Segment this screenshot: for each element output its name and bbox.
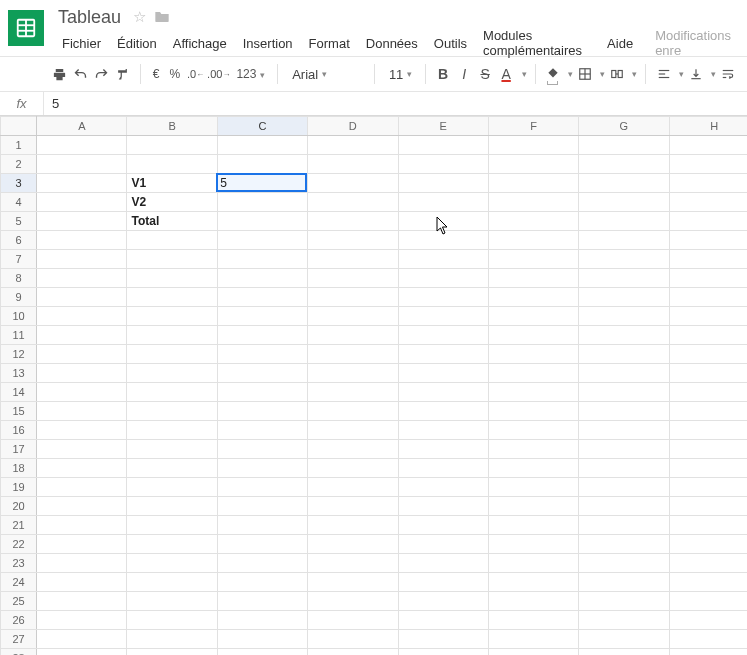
- cell-A12[interactable]: [37, 345, 127, 364]
- cell-C6[interactable]: [217, 231, 307, 250]
- cell-H5[interactable]: [669, 212, 747, 231]
- menu-data[interactable]: Données: [358, 32, 426, 55]
- row-header-2[interactable]: 2: [1, 155, 37, 174]
- cell-C4[interactable]: [217, 193, 307, 212]
- cell-C18[interactable]: [217, 459, 307, 478]
- cell-E3[interactable]: [398, 174, 488, 193]
- menu-view[interactable]: Affichage: [165, 32, 235, 55]
- cell-C23[interactable]: [217, 554, 307, 573]
- cell-E28[interactable]: [398, 649, 488, 656]
- cell-F4[interactable]: [488, 193, 578, 212]
- cell-B6[interactable]: [127, 231, 217, 250]
- cell-F22[interactable]: [488, 535, 578, 554]
- cell-F11[interactable]: [488, 326, 578, 345]
- cell-D26[interactable]: [308, 611, 398, 630]
- undo-icon[interactable]: [71, 61, 90, 87]
- cell-C7[interactable]: [217, 250, 307, 269]
- cell-H17[interactable]: [669, 440, 747, 459]
- cell-A15[interactable]: [37, 402, 127, 421]
- col-header-F[interactable]: F: [488, 117, 578, 136]
- cell-F20[interactable]: [488, 497, 578, 516]
- folder-icon[interactable]: [154, 9, 170, 26]
- valign-dropdown-icon[interactable]: [707, 61, 716, 87]
- cell-H12[interactable]: [669, 345, 747, 364]
- cell-F27[interactable]: [488, 630, 578, 649]
- cell-F23[interactable]: [488, 554, 578, 573]
- row-header-13[interactable]: 13: [1, 364, 37, 383]
- cell-G19[interactable]: [579, 478, 669, 497]
- cell-G5[interactable]: [579, 212, 669, 231]
- cell-A1[interactable]: [37, 136, 127, 155]
- cell-A11[interactable]: [37, 326, 127, 345]
- cell-A21[interactable]: [37, 516, 127, 535]
- percent-button[interactable]: %: [165, 67, 184, 81]
- cell-H14[interactable]: [669, 383, 747, 402]
- cell-B21[interactable]: [127, 516, 217, 535]
- cell-A10[interactable]: [37, 307, 127, 326]
- cell-D11[interactable]: [308, 326, 398, 345]
- cell-G23[interactable]: [579, 554, 669, 573]
- cell-C1[interactable]: [217, 136, 307, 155]
- fill-color-dropdown-icon[interactable]: [564, 61, 573, 87]
- cell-F24[interactable]: [488, 573, 578, 592]
- cell-G6[interactable]: [579, 231, 669, 250]
- row-header-27[interactable]: 27: [1, 630, 37, 649]
- cell-H11[interactable]: [669, 326, 747, 345]
- cell-F15[interactable]: [488, 402, 578, 421]
- cell-A20[interactable]: [37, 497, 127, 516]
- cell-A8[interactable]: [37, 269, 127, 288]
- cell-D13[interactable]: [308, 364, 398, 383]
- spreadsheet-grid[interactable]: ABCDEFGH123V14V25Total678910111213141516…: [0, 116, 747, 655]
- col-header-E[interactable]: E: [398, 117, 488, 136]
- cell-A4[interactable]: [37, 193, 127, 212]
- cell-F14[interactable]: [488, 383, 578, 402]
- cell-H19[interactable]: [669, 478, 747, 497]
- cell-A3[interactable]: [37, 174, 127, 193]
- cell-D21[interactable]: [308, 516, 398, 535]
- print-icon[interactable]: [50, 61, 69, 87]
- cell-B10[interactable]: [127, 307, 217, 326]
- row-header-24[interactable]: 24: [1, 573, 37, 592]
- cell-B19[interactable]: [127, 478, 217, 497]
- cell-F25[interactable]: [488, 592, 578, 611]
- redo-icon[interactable]: [92, 61, 111, 87]
- cell-H8[interactable]: [669, 269, 747, 288]
- cell-B20[interactable]: [127, 497, 217, 516]
- cell-E27[interactable]: [398, 630, 488, 649]
- cell-E4[interactable]: [398, 193, 488, 212]
- cell-C10[interactable]: [217, 307, 307, 326]
- cell-E21[interactable]: [398, 516, 488, 535]
- row-header-19[interactable]: 19: [1, 478, 37, 497]
- row-header-7[interactable]: 7: [1, 250, 37, 269]
- cell-H20[interactable]: [669, 497, 747, 516]
- cell-G14[interactable]: [579, 383, 669, 402]
- cell-B4[interactable]: V2: [127, 193, 217, 212]
- cell-G27[interactable]: [579, 630, 669, 649]
- cell-F28[interactable]: [488, 649, 578, 656]
- cell-B2[interactable]: [127, 155, 217, 174]
- cell-A22[interactable]: [37, 535, 127, 554]
- cell-F3[interactable]: [488, 174, 578, 193]
- cell-D19[interactable]: [308, 478, 398, 497]
- cell-C28[interactable]: [217, 649, 307, 656]
- cell-E13[interactable]: [398, 364, 488, 383]
- cell-D9[interactable]: [308, 288, 398, 307]
- cell-B7[interactable]: [127, 250, 217, 269]
- cell-D7[interactable]: [308, 250, 398, 269]
- row-header-11[interactable]: 11: [1, 326, 37, 345]
- menu-addons[interactable]: Modules complémentaires: [475, 24, 599, 62]
- cell-G1[interactable]: [579, 136, 669, 155]
- borders-dropdown-icon[interactable]: [596, 61, 605, 87]
- cell-D1[interactable]: [308, 136, 398, 155]
- menu-tools[interactable]: Outils: [426, 32, 475, 55]
- row-header-16[interactable]: 16: [1, 421, 37, 440]
- cell-G25[interactable]: [579, 592, 669, 611]
- cell-G18[interactable]: [579, 459, 669, 478]
- col-header-A[interactable]: A: [37, 117, 127, 136]
- cell-E22[interactable]: [398, 535, 488, 554]
- row-header-28[interactable]: 28: [1, 649, 37, 656]
- more-formats-button[interactable]: 123: [232, 67, 269, 81]
- cell-C3[interactable]: [217, 174, 307, 193]
- cell-E16[interactable]: [398, 421, 488, 440]
- cell-C14[interactable]: [217, 383, 307, 402]
